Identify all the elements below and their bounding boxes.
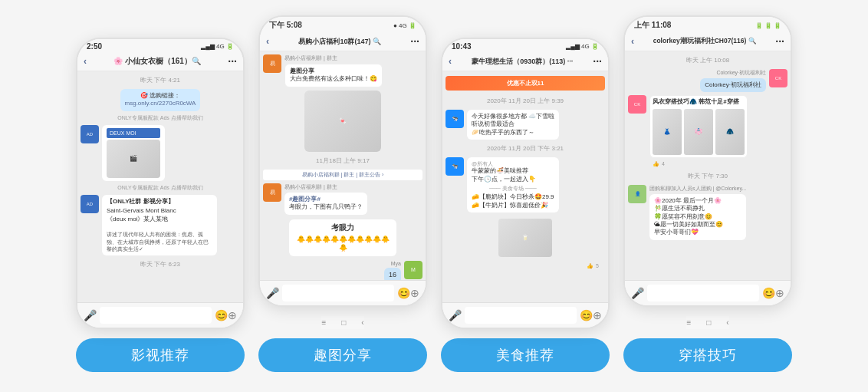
chat-bottom-2[interactable]: 🎤 😊 ⊕ — [260, 280, 426, 305]
share-bubble-wrapper: 易购小店福利群 | 群主 趣图分享 大白免费然有这么多种口味！😋 — [284, 54, 383, 87]
chat-header-3: ‹ 蒙牛理想生活（0930群）(113) ··· ··· — [442, 52, 608, 71]
phone-wrapper-2: 下午 5:08 ● 4G 🔋 ‹ 易购小店福利10群(147) 🔍 ··· 易 … — [258, 15, 427, 372]
voice-icon-4[interactable]: 🎤 — [631, 287, 644, 299]
promo-banner: 优惠不止双11 — [446, 76, 605, 91]
phone-wrapper-3: 10:43 ▂▄▆ 4G 🔋 ‹ 蒙牛理想生活（0930群）(113) ··· … — [441, 38, 610, 372]
add-icon-4[interactable]: ⊕ — [775, 287, 784, 299]
sender-name-1: 易购小店福利群 | 群主 — [284, 54, 383, 62]
back-button-1[interactable]: ‹ — [84, 56, 87, 67]
back-button-4[interactable]: ‹ — [631, 36, 634, 47]
like-icon-4: 👍 — [653, 161, 659, 167]
time-3: 10:43 — [452, 42, 472, 51]
voice-icon-2[interactable]: 🎤 — [266, 287, 279, 299]
bubble-text-1: 【ONLY社群 影视分享】 Saint-Gervais Mont Blanc《d… — [102, 195, 217, 255]
status-bar-3: 10:43 ▂▄▆ 4G 🔋 — [442, 39, 608, 52]
back-button-3[interactable]: ‹ — [449, 56, 452, 67]
hashtag-bubble-wrapper: 易购小店福利群 | 群主 #趣图分享# 考眼力，下图有几只鸭子？ — [284, 183, 367, 215]
msg-time-1a: 昨天 下午 4:21 — [81, 76, 240, 84]
avatar-mya: M — [404, 261, 422, 279]
like-row: 👍 5 — [446, 263, 605, 269]
status-bar-1: 2:50 ▂▄▆ 4G 🔋 — [77, 39, 243, 52]
more-button-4[interactable]: ··· — [775, 35, 784, 48]
voice-icon-3[interactable]: 🎤 — [449, 309, 462, 321]
add-icon-3[interactable]: ⊕ — [593, 309, 602, 321]
avatar-ad-1: AD — [81, 125, 99, 143]
chat-bottom-4[interactable]: 🎤 😊 ⊕ — [625, 280, 791, 305]
voice-icon-1[interactable]: 🎤 — [84, 309, 97, 321]
right-bubble-1: 16 — [384, 268, 401, 280]
chat-title-3: 蒙牛理想生活（0930群）(113) ··· — [455, 57, 590, 67]
bubble-img-1: DEUX MOI 🎬 — [102, 125, 165, 181]
duck-puzzle-bubble: 考眼力 🐥🐥🐥🐥🐥🐥🐥🐥🐥🐥🐥🐥 — [289, 219, 396, 256]
more-button-3[interactable]: ··· — [593, 55, 602, 68]
nav-dot-back: ‹ — [361, 318, 363, 327]
input-field-4[interactable] — [647, 285, 759, 301]
more-button-2[interactable]: ··· — [410, 35, 419, 48]
chat-bottom-1[interactable]: 🎤 😊 ⊕ — [77, 302, 243, 328]
fashion-img-1: 👗 — [653, 109, 682, 155]
emoji-icon-4[interactable]: 😊 — [762, 287, 775, 299]
msg-time-2a: 11月18日 上午 9:17 — [263, 156, 422, 165]
bubble-food-share: @所有人 牛蒙蒙的🍜美味推荐 下午🕓点，一起进入👇 ─── 美食专场 ─── 🧀… — [467, 157, 559, 212]
more-button-1[interactable]: ··· — [228, 55, 237, 68]
input-field-2[interactable] — [282, 285, 394, 301]
msg-time-4b: 昨天 下午 7:30 — [628, 172, 787, 180]
avatar-cow-1: 🐄 — [446, 110, 464, 128]
at-all: @所有人 — [472, 160, 554, 167]
fashion-card-title: 风衣穿搭技巧🧥 韩范十足#穿搭 — [653, 98, 745, 106]
hashtag-text: 考眼力，下图有几只鸭子？ — [289, 203, 363, 211]
back-button-2[interactable]: ‹ — [266, 36, 269, 47]
avatar-colorkey: CK — [769, 69, 787, 87]
right-bubble-wrapper: Mya 16 — [384, 261, 401, 280]
input-field-1[interactable] — [100, 307, 212, 324]
msg-row-img-1: AD DEUX MOI 🎬 — [81, 125, 240, 181]
msg-time-4a: 昨天 上午 10:08 — [628, 56, 787, 64]
label-btn-4[interactable]: 穿搭技巧 — [623, 338, 792, 372]
emoji-icon-2[interactable]: 😊 — [397, 287, 410, 299]
chat-bottom-3[interactable]: 🎤 😊 ⊕ — [442, 302, 608, 328]
candy-img: 🍬 — [304, 91, 381, 152]
morning-bubble-wrapper: 团购私聊加入人员s人团购 | @Colorkey... 🌸2020年 最后一个月… — [649, 185, 746, 240]
msg-time-3a: 2020年 11月 20日 上午 9:39 — [446, 97, 605, 105]
food-divider: ─── 美食专场 ─── — [472, 185, 554, 192]
add-icon-2[interactable]: ⊕ — [410, 287, 419, 299]
fashion-imgs: 👗 👘 🧥 — [653, 109, 745, 155]
hashtag-label: #趣图分享# — [289, 196, 363, 203]
food-product-img: 🥛 — [498, 219, 552, 257]
input-field-3[interactable] — [465, 307, 577, 324]
emoji-icon-1[interactable]: 😊 — [215, 309, 228, 321]
nav-dots-4: ≡ □ ‹ — [686, 316, 728, 329]
add-icon-1[interactable]: ⊕ — [228, 309, 237, 321]
movie-title: 【ONLY社群 影视分享】 — [107, 198, 212, 206]
label-btn-1[interactable]: 影视推荐 — [76, 338, 245, 372]
phone-wrapper-4: 上午 11:08 🔋 🔋 🔋 ‹ colorkey潮玩福利社CH07(116) … — [623, 15, 792, 372]
avatar-shop-2: 易 — [263, 183, 281, 202]
chat-body-2: 易 易购小店福利群 | 群主 趣图分享 大白免费然有这么多种口味！😋 🍬 11月… — [260, 51, 426, 280]
chat-title-2: 易购小店福利10群(147) 🔍 — [272, 37, 407, 47]
emoji-icon-3[interactable]: 😊 — [580, 309, 593, 321]
chat-header-4: ‹ colorkey潮玩福利社CH07(116) 🔍 ··· — [625, 32, 791, 51]
sender-colorkey: Colorkey·初玩福利社 — [716, 69, 766, 77]
chat-title-4: colorkey潮玩福利社CH07(116) 🔍 — [637, 37, 772, 46]
phone-4: 上午 11:08 🔋 🔋 🔋 ‹ colorkey潮玩福利社CH07(116) … — [623, 15, 792, 307]
morning-bubble: 🌸2020年 最后一个月🌸 🎋愿生活不羁挣扎 🍀愿笑容不用刻意😊 🌥愿一切美好如… — [649, 194, 746, 240]
label-btn-3[interactable]: 美食推荐 — [441, 338, 610, 372]
food-item-2: 🧀【牛奶片】惊喜超低价🎉 — [472, 202, 554, 209]
status-bar-2: 下午 5:08 ● 4G 🔋 — [260, 17, 426, 32]
nav-dot-menu: ≡ — [321, 318, 326, 327]
signal-icons-3: ▂▄▆ 4G 🔋 — [566, 43, 599, 50]
label-btn-2[interactable]: 趣图分享 — [258, 338, 427, 372]
hashtag-bubble: #趣图分享# 考眼力，下图有几只鸭子？ — [284, 193, 367, 215]
avatar-shop-1: 易 — [263, 54, 281, 73]
msg-row-text-1: AD 【ONLY社群 影视分享】 Saint-Gervais Mont Blan… — [81, 195, 240, 255]
hashtag-msg: 易 易购小店福利群 | 群主 #趣图分享# 考眼力，下图有几只鸭子？ — [263, 183, 422, 215]
link-bubble: 🎯 选购链接：msg.only.cn/2270cR0cWA — [120, 89, 201, 111]
phone-1: 2:50 ▂▄▆ 4G 🔋 ‹ 🌸 小仙女衣橱（161）🔍 ··· 昨天 下午 … — [76, 38, 245, 329]
avatar-fashion: CK — [628, 95, 646, 114]
signal-icons-4: 🔋 🔋 🔋 — [755, 22, 781, 29]
like-row-4: 👍 4 — [628, 161, 787, 167]
right-wrapper-ck: Colorkey·初玩福利社 Colorkey·初玩福利社 — [700, 69, 766, 92]
signal-icons-2: ● 4G 🔋 — [393, 22, 416, 29]
duck-img-wrapper: 考眼力 🐥🐥🐥🐥🐥🐥🐥🐥🐥🐥🐥🐥 — [263, 219, 422, 256]
nav-dot-home-4: □ — [706, 318, 711, 327]
